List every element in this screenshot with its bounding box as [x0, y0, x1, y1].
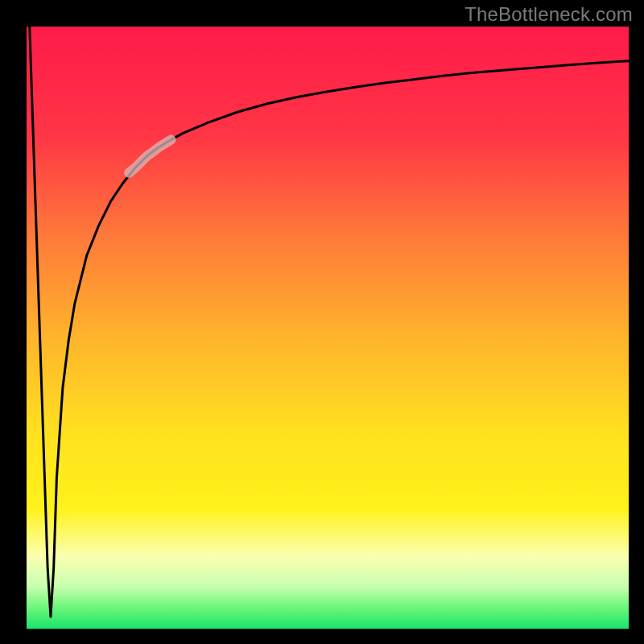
bottleneck-chart	[0, 0, 644, 644]
plot-background	[27, 27, 629, 629]
chart-frame: TheBottleneck.com	[0, 0, 644, 644]
